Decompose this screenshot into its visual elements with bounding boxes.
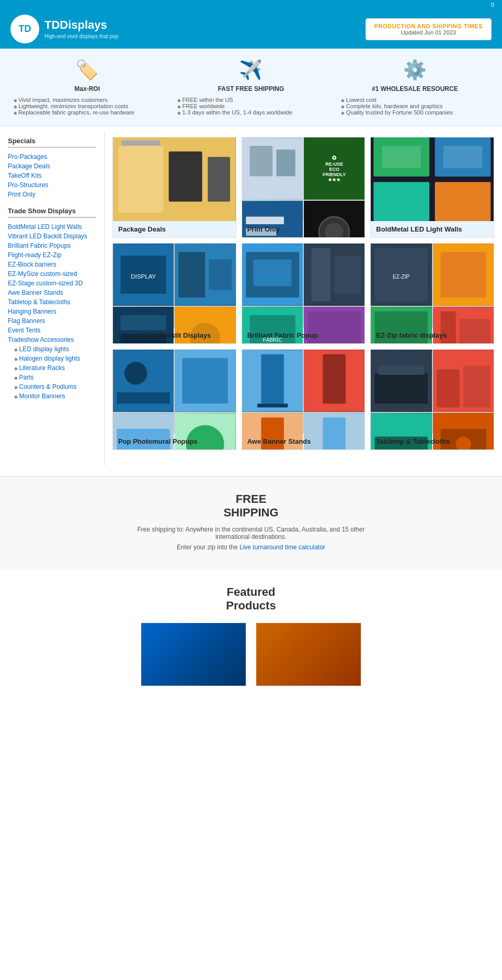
- featured-grid: [10, 623, 492, 686]
- product-image-pop-photomural: [113, 350, 236, 433]
- turnaround-link[interactable]: Live turnaround time calculator: [239, 544, 325, 551]
- sidebar-item-pro-structures[interactable]: Pro-Structures: [8, 180, 96, 190]
- sidebar-item-boldmetal[interactable]: BoldMetal LED Light Walls: [8, 222, 96, 232]
- svg-rect-27: [121, 315, 166, 330]
- svg-rect-56: [182, 358, 228, 403]
- svg-rect-63: [257, 403, 288, 407]
- gear-icon: ⚙️: [341, 59, 488, 81]
- product-image-ez-zip: EZ-ZIP: [371, 244, 494, 327]
- svg-rect-16: [374, 182, 430, 221]
- main-layout: Specials Pro-Packages Package Deals Take…: [0, 126, 502, 471]
- sidebar-item-vibrant-led[interactable]: Vibrant LED Backlit Displays: [8, 232, 96, 241]
- svg-rect-74: [437, 370, 460, 408]
- logo-tagline: High-end vivid displays that pop: [44, 33, 118, 39]
- svg-text:DISPLAY: DISPLAY: [131, 273, 156, 280]
- product-card-awe-banner[interactable]: Awe Banner Stands: [242, 349, 366, 450]
- svg-rect-6: [249, 146, 272, 176]
- product-image-print-only: ♻ RE-USE ECO FRIENDLY ★★★: [242, 137, 365, 221]
- product-card-ez-zip[interactable]: EZ-ZIP EZ-Zip fabric displays: [370, 243, 494, 344]
- product-label-boldmetal: BoldMetal LED Light Walls: [371, 221, 494, 237]
- product-image-boldmetal: [371, 137, 494, 221]
- svg-rect-7: [276, 149, 295, 176]
- featured-section: FeaturedProducts: [0, 570, 502, 701]
- featured-card-img-1: [141, 623, 246, 686]
- feature-shipping: ✈️ FAST FREE SHIPPING FREE within the US…: [177, 59, 325, 116]
- cart-bar: 0: [0, 0, 502, 9]
- sidebar-item-brilliant-fabric[interactable]: Brilliant Fabric Popups: [8, 241, 96, 250]
- svg-rect-46: [440, 252, 486, 297]
- product-card-boldmetal-led[interactable]: BoldMetal LED Light Walls: [370, 137, 494, 238]
- sidebar-item-tabletop[interactable]: Tabletop & Tablecloths: [8, 297, 96, 307]
- header: TD TDDisplays High-end vivid displays th…: [0, 9, 502, 49]
- sidebar-item-package-deals[interactable]: Package Deals: [8, 162, 96, 171]
- svg-rect-35: [312, 248, 330, 302]
- feature-shipping-title: FAST FREE SHIPPING: [177, 85, 325, 93]
- sidebar-item-awe-banner[interactable]: Awe Banner Stands: [8, 288, 96, 297]
- specials-section: Specials Pro-Packages Package Deals Take…: [8, 137, 96, 199]
- svg-rect-72: [379, 366, 424, 375]
- shipping-section: FREESHIPPING Free shipping to: Anywhere …: [0, 476, 502, 570]
- plane-icon: ✈️: [177, 59, 325, 81]
- features-bar: 🏷️ Max-ROI Vivid impact, maximizes custo…: [0, 49, 502, 126]
- sidebar-item-ez-mysize[interactable]: EZ-MySize custom-sized: [8, 269, 96, 279]
- sidebar-item-event-tents[interactable]: Event Tents: [8, 326, 96, 335]
- product-card-vibrant-led[interactable]: DISPLAY Vibrant LED Backlit Displays: [112, 243, 236, 344]
- logo-icon: TD: [10, 15, 39, 43]
- tradeshow-section: Trade Show Displays BoldMetal LED Light …: [8, 207, 96, 401]
- production-shipping-box[interactable]: PRODUCTION AND SHIPPING TIMES Updated Ju…: [366, 18, 492, 40]
- logo-area[interactable]: TD TDDisplays High-end vivid displays th…: [10, 15, 118, 43]
- featured-card-2[interactable]: [256, 623, 361, 686]
- feature-wholesale-list: Lowest cost Complete kits, hardware and …: [341, 97, 488, 116]
- sidebar-item-ez-block[interactable]: EZ-Block barriers: [8, 260, 96, 269]
- product-card-package-deals[interactable]: Package Deals: [112, 137, 236, 238]
- prod-shipping-sub: Updated Jun 01 2023: [374, 29, 483, 36]
- product-card-print-only[interactable]: ♻ RE-USE ECO FRIENDLY ★★★ Print Only: [242, 137, 366, 238]
- svg-rect-65: [323, 354, 346, 404]
- svg-rect-75: [463, 366, 490, 408]
- logo-text: TDDisplays High-end vivid displays that …: [44, 18, 118, 40]
- sidebar-item-takeoff-kits[interactable]: TakeOff Kits: [8, 171, 96, 180]
- product-card-brilliant-fabric[interactable]: FABRIC Brilliant Fabric Popup: [242, 243, 366, 344]
- svg-rect-33: [253, 260, 291, 286]
- feature-wholesale: ⚙️ #1 WHOLESALE RESOURCE Lowest cost Com…: [341, 59, 488, 116]
- svg-text:EZ-ZIP: EZ-ZIP: [393, 274, 409, 280]
- sidebar-item-monitor-banners[interactable]: Monitor Banners: [8, 391, 96, 401]
- sidebar-item-led-display-lights[interactable]: LED display lights: [8, 344, 96, 354]
- product-grid: Package Deals ♻ RE-USE ECO FRIENDLY ★★★: [112, 137, 494, 450]
- featured-title: FeaturedProducts: [10, 585, 492, 613]
- svg-rect-62: [261, 354, 284, 404]
- feature-shipping-list: FREE within the US FREE worldwide 1-3 da…: [177, 97, 325, 116]
- svg-rect-9: [246, 217, 284, 225]
- cart-count: 0: [491, 2, 494, 8]
- feature-wholesale-title: #1 WHOLESALE RESOURCE: [341, 85, 488, 93]
- svg-rect-71: [375, 373, 428, 403]
- featured-card-1[interactable]: [141, 623, 246, 686]
- svg-rect-2: [169, 152, 202, 202]
- sidebar-item-counters-podiums[interactable]: Counters & Podiums: [8, 382, 96, 391]
- svg-rect-36: [334, 256, 361, 294]
- sidebar-item-flight-ez-zip[interactable]: Flight-ready EZ-Zip: [8, 250, 96, 260]
- svg-rect-4: [121, 140, 161, 146]
- shipping-desc2: Enter your zip into the Live turnaround …: [120, 544, 382, 551]
- product-card-tabletop[interactable]: Tabletop & Tablecloths: [370, 349, 494, 450]
- product-image-package-deals: [113, 137, 236, 221]
- svg-rect-54: [117, 392, 170, 403]
- svg-rect-19: [443, 146, 483, 168]
- sidebar-item-halogen-display-lights[interactable]: Halogen display lights: [8, 354, 96, 363]
- sidebar-item-print-only[interactable]: Print Only: [8, 190, 96, 199]
- sidebar-item-literature-racks[interactable]: Literature Racks: [8, 363, 96, 373]
- tradeshow-title: Trade Show Displays: [8, 207, 96, 218]
- sidebar-item-tradeshow-accessories[interactable]: Tradeshow Accessories: [8, 335, 96, 344]
- product-label-package-deals: Package Deals: [113, 221, 236, 237]
- sidebar: Specials Pro-Packages Package Deals Take…: [0, 132, 105, 466]
- sidebar-item-flag-banners[interactable]: Flag Banners: [8, 316, 96, 326]
- product-image-brilliant-fabric: FABRIC: [242, 244, 365, 327]
- content-area: Package Deals ♻ RE-USE ECO FRIENDLY ★★★: [105, 132, 502, 466]
- sidebar-item-ez-stage[interactable]: EZ-Stage custom-sized 3D: [8, 279, 96, 288]
- sidebar-item-hanging-banners[interactable]: Hanging Banners: [8, 307, 96, 316]
- sidebar-item-parts[interactable]: Parts: [8, 373, 96, 382]
- sidebar-item-pro-packages[interactable]: Pro-Packages: [8, 152, 96, 162]
- product-image-vibrant-led: DISPLAY: [113, 244, 236, 327]
- svg-rect-25: [209, 260, 232, 290]
- product-card-pop-photomural[interactable]: Pop Photomural Popups: [112, 349, 236, 450]
